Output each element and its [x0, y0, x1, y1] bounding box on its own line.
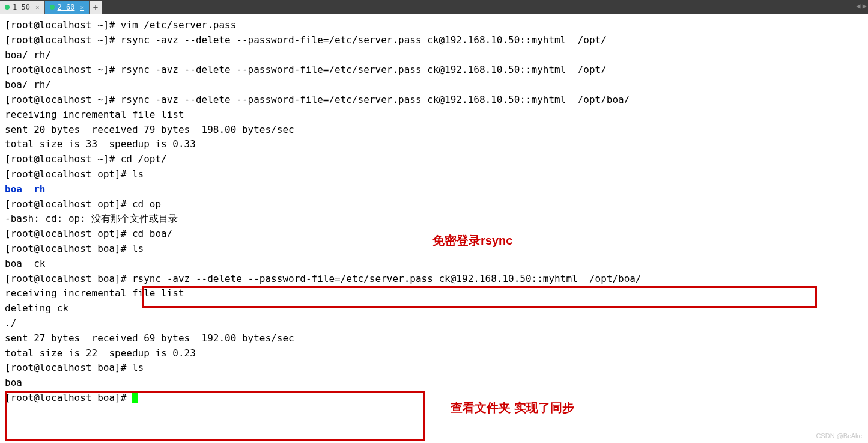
terminal-line: boa: [5, 376, 863, 391]
terminal-line: boa/ rh/: [5, 78, 863, 93]
terminal-line: [root@localhost ~]# cd /opt/: [5, 152, 863, 167]
terminal-line: sent 27 bytes received 69 bytes 192.00 b…: [5, 331, 863, 346]
directory-name: boa: [5, 183, 22, 195]
terminal-line: total size is 22 speedup is 0.23: [5, 346, 863, 361]
close-icon[interactable]: ×: [80, 4, 84, 11]
terminal-line: [root@localhost boa]# ls: [5, 361, 863, 376]
tab-session-2[interactable]: 2 60 ×: [45, 1, 90, 14]
tab-add-button[interactable]: +: [90, 1, 102, 14]
directory-name: rh: [34, 183, 45, 195]
terminal-line: sent 20 bytes received 79 bytes 198.00 b…: [5, 123, 863, 138]
tab-bar: 1 50 × 2 60 × + ◀ ▶: [0, 0, 868, 14]
terminal-line: receiving incremental file list: [5, 108, 863, 123]
terminal-line: total size is 33 speedup is 0.33: [5, 137, 863, 152]
status-dot-icon: [5, 5, 10, 10]
terminal-line: -bash: cd: op: 没有那个文件或目录: [5, 212, 863, 227]
tab-label: 1 50: [13, 3, 30, 11]
terminal-line: [root@localhost boa]# rsync -avz --delet…: [5, 272, 863, 287]
terminal-line: ./: [5, 316, 863, 331]
terminal-line: [root@localhost opt]# cd op: [5, 197, 863, 212]
terminal-line: [root@localhost ~]# rsync -avz --delete …: [5, 93, 863, 108]
terminal-line: boa ck: [5, 257, 863, 272]
tab-session-1[interactable]: 1 50 ×: [0, 1, 45, 14]
terminal-line: [root@localhost ~]# rsync -avz --delete …: [5, 33, 863, 48]
status-dot-icon: [50, 5, 55, 10]
terminal-output[interactable]: [root@localhost ~]# vim /etc/server.pass…: [0, 14, 868, 409]
terminal-line: receiving incremental file list: [5, 286, 863, 301]
annotation-text-1: 免密登录rsync: [432, 231, 512, 250]
terminal-line: deleting ck: [5, 301, 863, 316]
terminal-line: [root@localhost opt]# ls: [5, 167, 863, 182]
terminal-line: [root@localhost boa]#: [5, 391, 863, 406]
terminal-line: boa rh: [5, 182, 863, 197]
close-icon[interactable]: ×: [35, 4, 40, 11]
tab-scroll-arrows[interactable]: ◀ ▶: [856, 2, 866, 10]
terminal-line: boa/ rh/: [5, 48, 863, 63]
watermark: CSDN @BcAkc: [816, 432, 862, 439]
tab-label: 2 60: [58, 3, 75, 11]
prompt-text: [root@localhost boa]#: [5, 392, 132, 403]
cursor-icon: [132, 393, 138, 403]
terminal-line: [root@localhost ~]# rsync -avz --delete …: [5, 63, 863, 78]
terminal-line: [root@localhost ~]# vim /etc/server.pass: [5, 18, 863, 33]
annotation-text-2: 查看文件夹 实现了同步: [451, 398, 583, 417]
